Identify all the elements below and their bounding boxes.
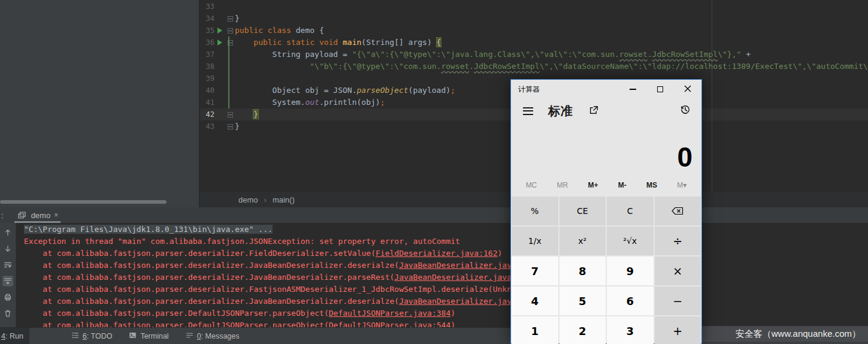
calc-key-three[interactable]: 3	[607, 316, 654, 344]
horizontal-scrollbar[interactable]	[0, 200, 167, 204]
fold-marker[interactable]	[225, 25, 235, 37]
run-marker[interactable]	[214, 37, 225, 49]
history-icon[interactable]	[680, 104, 691, 117]
code-text: }	[235, 120, 240, 132]
console-text: at com.alibaba.fastjson.parser.deseriali…	[24, 273, 394, 282]
calc-key-six[interactable]: 6	[607, 286, 654, 315]
calc-key-one[interactable]: 1	[512, 316, 558, 344]
stack-trace-link[interactable]: FieldDeserializer.java:162	[376, 249, 498, 258]
code-token: demo {	[291, 26, 324, 35]
menu-icon[interactable]	[523, 107, 533, 115]
todo-list-icon	[71, 331, 79, 341]
run-icon[interactable]	[217, 40, 222, 46]
calc-key-two[interactable]: 2	[559, 316, 606, 344]
minimize-icon	[630, 89, 636, 90]
minimize-button[interactable]	[619, 80, 646, 99]
code-token: main	[343, 38, 361, 47]
code-line[interactable]: 33	[200, 1, 868, 13]
console-line: at com.alibaba.fastjson.parser.deseriali…	[24, 283, 868, 295]
keep-on-top-icon[interactable]	[589, 105, 599, 117]
code-text: "\"b\":{\"@type\":\"com.sun.rowset.JdbcR…	[235, 61, 868, 73]
breadcrumb-file[interactable]: demo	[238, 195, 258, 204]
tab-close-icon[interactable]: ×	[54, 212, 58, 219]
status-terminal-button[interactable]: Terminal	[129, 331, 168, 341]
memory-recall-button[interactable]: MR	[557, 181, 568, 189]
calc-key-nine[interactable]: 9	[607, 257, 654, 285]
calc-key-eight[interactable]: 8	[559, 257, 606, 285]
fold-icon[interactable]	[228, 112, 233, 117]
fold-marker-empty	[225, 49, 235, 61]
fold-marker[interactable]	[225, 37, 235, 49]
status-todo-button[interactable]: 6: TODO	[71, 331, 113, 341]
run-tab-label[interactable]: demo	[31, 211, 51, 220]
code-line[interactable]: 34}	[200, 13, 868, 25]
status-run-button[interactable]: 4: Run	[0, 328, 29, 344]
run-icon[interactable]	[217, 28, 222, 34]
screen: 3334}35public class demo {36 public stat…	[0, 0, 868, 344]
console-line: "C:\Program Files\Java\jdk1.8.0_131\bin\…	[24, 224, 868, 236]
status-messages-button[interactable]: 0: Messages	[186, 331, 240, 341]
code-token: String payload =	[235, 50, 352, 59]
down-stack-trace-icon[interactable]	[2, 243, 13, 254]
line-number: 36	[200, 37, 214, 49]
calc-key-percent[interactable]: %	[512, 197, 558, 225]
code-token: }	[235, 14, 240, 23]
console-text: at com.alibaba.fastjson.parser.deseriali…	[24, 297, 399, 306]
fold-marker[interactable]	[225, 108, 235, 120]
print-icon[interactable]	[2, 292, 13, 303]
code-text: public static void main(String[] args) {	[235, 37, 441, 49]
maximize-button[interactable]	[646, 80, 674, 99]
fold-marker[interactable]	[225, 120, 235, 132]
calc-key-add[interactable]: +	[655, 316, 701, 344]
calc-key-multiply[interactable]: ×	[655, 257, 701, 285]
clear-console-icon[interactable]	[2, 308, 13, 319]
fold-marker[interactable]	[225, 13, 235, 25]
calc-key-four[interactable]: 4	[512, 286, 558, 315]
memory-add-button[interactable]: M+	[588, 181, 598, 189]
calculator-display: 0	[511, 123, 701, 173]
code-text: }	[235, 108, 258, 120]
code-token: JdbcRowSetImpl	[652, 50, 718, 59]
code-line[interactable]: 35public class demo {	[200, 25, 868, 37]
up-stack-trace-icon[interactable]	[2, 227, 13, 238]
code-text: public class demo {	[235, 25, 324, 37]
code-line[interactable]: 38 "\"b\":{\"@type\":\"com.sun.rowset.Jd…	[200, 61, 868, 73]
calc-key-five[interactable]: 5	[559, 286, 606, 315]
close-button[interactable]	[674, 80, 701, 99]
breadcrumb-separator-icon: ›	[264, 195, 267, 204]
fold-icon[interactable]	[228, 16, 233, 22]
line-number: 35	[200, 25, 214, 37]
calc-key-subtract[interactable]: −	[655, 286, 701, 315]
fold-marker-empty	[225, 61, 235, 73]
fold-marker-empty	[225, 1, 235, 13]
calc-key-seven[interactable]: 7	[512, 257, 558, 285]
calc-key-square[interactable]: x²	[559, 227, 606, 255]
memory-list-button[interactable]: M▾	[677, 181, 686, 189]
scroll-to-end-icon[interactable]	[2, 276, 13, 286]
memory-subtract-button[interactable]: M-	[618, 181, 627, 189]
calc-key-reciprocal[interactable]: 1/x	[512, 227, 558, 255]
fold-icon[interactable]	[228, 124, 233, 129]
console-line: at com.alibaba.fastjson.parser.deseriali…	[24, 295, 868, 307]
code-token	[235, 110, 253, 119]
calc-key-clear[interactable]: C	[607, 197, 654, 225]
calculator-titlebar[interactable]: 计算器	[511, 80, 701, 99]
run-marker[interactable]	[214, 25, 225, 37]
fold-icon[interactable]	[228, 28, 233, 34]
calculator-window[interactable]: 计算器 标准 0 MCMRM+M-MSM▾	[510, 79, 702, 344]
calc-key-square-root[interactable]: ²√x	[607, 227, 654, 255]
code-line[interactable]: 36 public static void main(String[] args…	[200, 37, 868, 49]
calc-key-divide[interactable]: ÷	[655, 227, 701, 255]
calculator-mode[interactable]: 标准	[548, 103, 573, 119]
code-token	[235, 38, 253, 47]
stack-trace-link[interactable]: DefaultJSONParser.java:384	[329, 309, 451, 318]
calc-key-clear-entry[interactable]: CE	[559, 197, 606, 225]
calc-key-backspace[interactable]	[655, 197, 701, 225]
breadcrumb-member[interactable]: main()	[273, 195, 295, 204]
memory-store-button[interactable]: MS	[646, 181, 657, 189]
memory-clear-button[interactable]: MC	[526, 181, 537, 189]
run-tab-demo[interactable]: demo ×	[14, 207, 61, 223]
soft-wrap-icon[interactable]	[2, 259, 13, 270]
code-line[interactable]: 37 String payload = "{\"a\":{\"@type\":\…	[200, 49, 868, 61]
code-text: String payload = "{\"a\":{\"@type\":\"ja…	[235, 49, 751, 61]
